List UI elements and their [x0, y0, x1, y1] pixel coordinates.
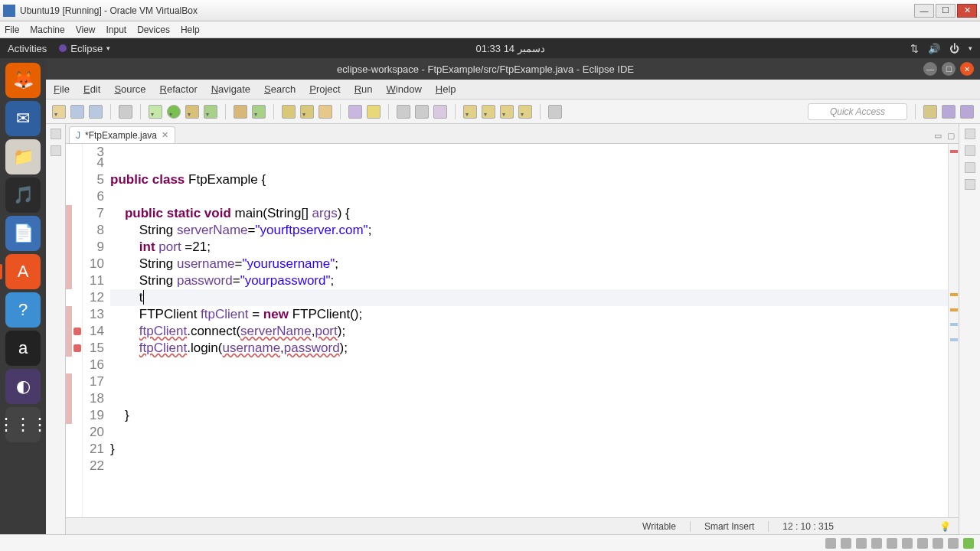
- minimize-view-button[interactable]: ▭: [933, 130, 943, 141]
- eclipse-toolbar: Quick Access: [46, 99, 980, 124]
- coverage-button[interactable]: [185, 105, 199, 119]
- open-type-button[interactable]: [282, 105, 296, 119]
- host-close-button[interactable]: ✕: [957, 4, 977, 18]
- pin-editor-button[interactable]: [548, 105, 562, 119]
- recording-icon[interactable]: [933, 538, 943, 549]
- eclipse-minimize-button[interactable]: —: [923, 62, 937, 76]
- new-class-button[interactable]: [252, 105, 266, 119]
- show-whitespace-button[interactable]: [415, 105, 429, 119]
- host-window-titlebar: Ubuntu19 [Running] - Oracle VM VirtualBo…: [0, 0, 980, 21]
- vbox-menu-file[interactable]: File: [5, 24, 19, 35]
- perspective-open-button[interactable]: [923, 105, 937, 119]
- eclipse-maximize-button[interactable]: ☐: [942, 62, 956, 76]
- dock-software[interactable]: A: [5, 254, 41, 289]
- code-editor[interactable]: 345678910111213141516171819202122 import…: [66, 144, 959, 517]
- shared-folder-icon[interactable]: [902, 538, 913, 549]
- dock-eclipse[interactable]: ◐: [5, 369, 41, 404]
- vbox-menu-view[interactable]: View: [76, 24, 96, 35]
- display-icon[interactable]: [917, 538, 928, 549]
- eclipse-menu-edit[interactable]: Edit: [83, 83, 100, 95]
- eclipse-menu-navigate[interactable]: Navigate: [211, 83, 250, 95]
- hierarchy-icon[interactable]: [965, 162, 975, 173]
- usb-icon[interactable]: [887, 538, 897, 549]
- eclipse-window: eclipse-workspace - FtpExample/src/FtpEx…: [46, 58, 980, 534]
- back-button[interactable]: [500, 105, 514, 119]
- java-perspective-button[interactable]: [942, 105, 956, 119]
- toggle-highlight-button[interactable]: [367, 105, 381, 119]
- debug-perspective-button[interactable]: [960, 105, 974, 119]
- save-all-button[interactable]: [89, 105, 103, 119]
- new-package-button[interactable]: [234, 105, 247, 119]
- annotation-nav-button[interactable]: [463, 105, 477, 119]
- outline-icon[interactable]: [51, 145, 61, 156]
- host-minimize-button[interactable]: —: [914, 4, 934, 18]
- eclipse-menu-project[interactable]: Project: [309, 83, 340, 95]
- package-explorer-icon[interactable]: [51, 129, 61, 139]
- save-button[interactable]: [70, 105, 84, 119]
- dock-libreoffice[interactable]: 📄: [5, 216, 41, 251]
- right-trim-bar: [959, 124, 980, 534]
- network-status-icon[interactable]: [871, 538, 882, 549]
- toggle-mark-button[interactable]: [348, 105, 362, 119]
- toggle-comment-button[interactable]: [119, 105, 132, 119]
- open-task-button[interactable]: [318, 105, 332, 119]
- audio-icon[interactable]: [856, 538, 867, 549]
- vbox-menu-machine[interactable]: Machine: [30, 24, 64, 35]
- block-selection-button[interactable]: [397, 105, 410, 119]
- dock-apps[interactable]: ⋮⋮⋮: [5, 407, 41, 442]
- eclipse-menu-source[interactable]: Source: [114, 83, 145, 95]
- eclipse-menu-file[interactable]: File: [54, 83, 70, 95]
- paragraph-button[interactable]: [433, 105, 447, 119]
- power-icon[interactable]: ⏻: [949, 43, 959, 54]
- editor-tab[interactable]: J *FtpExample.java ✕: [69, 126, 175, 143]
- hard-disk-icon[interactable]: [825, 538, 836, 549]
- vbox-menu-help[interactable]: Help: [181, 24, 200, 35]
- vbox-menu-input[interactable]: Input: [106, 24, 127, 35]
- host-maximize-button[interactable]: ☐: [936, 4, 956, 18]
- maximize-view-button[interactable]: ▢: [946, 130, 956, 141]
- quick-access-input[interactable]: Quick Access: [808, 103, 907, 120]
- eclipse-menu-run[interactable]: Run: [354, 83, 373, 95]
- virtualbox-status-bar: [0, 534, 980, 551]
- search-button[interactable]: [300, 105, 314, 119]
- eclipse-menu-window[interactable]: Window: [387, 83, 422, 95]
- chevron-down-icon: ▾: [106, 44, 110, 52]
- host-key-icon[interactable]: [963, 538, 974, 549]
- chevron-down-icon[interactable]: ▾: [969, 44, 972, 52]
- minimap-icon[interactable]: [965, 179, 975, 190]
- dock-help[interactable]: ?: [5, 292, 41, 328]
- new-button[interactable]: [52, 105, 66, 119]
- volume-icon[interactable]: 🔊: [928, 43, 940, 54]
- external-tools-button[interactable]: [204, 105, 217, 119]
- clock[interactable]: 01:33 دسمبر 14: [475, 43, 544, 54]
- activities-button[interactable]: Activities: [8, 43, 47, 54]
- run-button[interactable]: [167, 105, 181, 119]
- eclipse-menu-search[interactable]: Search: [264, 83, 296, 95]
- dock-amazon[interactable]: a: [5, 331, 41, 366]
- vbox-menu-devices[interactable]: Devices: [137, 24, 170, 35]
- last-edit-button[interactable]: [482, 105, 495, 119]
- optical-disk-icon[interactable]: [841, 538, 851, 549]
- gnome-top-bar: Activities Eclipse ▾ 01:33 دسمبر 14 ⇅ 🔊 …: [0, 38, 980, 58]
- eclipse-menu-help[interactable]: Help: [436, 83, 456, 95]
- editor-pane: J *FtpExample.java ✕ ▭ ▢ 345678910111213…: [66, 124, 959, 534]
- outline-view-icon[interactable]: [965, 145, 975, 156]
- tab-close-button[interactable]: ✕: [162, 130, 168, 140]
- status-writable: Writable: [629, 521, 690, 532]
- dock-thunderbird[interactable]: ✉: [5, 101, 41, 136]
- eclipse-title: eclipse-workspace - FtpExample/src/FtpEx…: [52, 64, 919, 75]
- app-menu[interactable]: Eclipse ▾: [59, 43, 110, 54]
- dock-firefox[interactable]: 🦊: [5, 63, 41, 98]
- overview-ruler[interactable]: [948, 144, 959, 517]
- forward-button[interactable]: [518, 105, 532, 119]
- task-list-icon[interactable]: [965, 129, 975, 139]
- eclipse-close-button[interactable]: ✕: [960, 62, 974, 76]
- eclipse-menu-refactor[interactable]: Refactor: [160, 83, 198, 95]
- dock-rhythmbox[interactable]: 🎵: [5, 178, 41, 213]
- virtualbox-icon: [3, 5, 15, 17]
- dock-files[interactable]: 📁: [5, 139, 41, 174]
- network-icon[interactable]: ⇅: [910, 43, 919, 54]
- cpu-icon[interactable]: [948, 538, 959, 549]
- tip-icon[interactable]: 💡: [939, 521, 951, 532]
- debug-button[interactable]: [149, 105, 162, 119]
